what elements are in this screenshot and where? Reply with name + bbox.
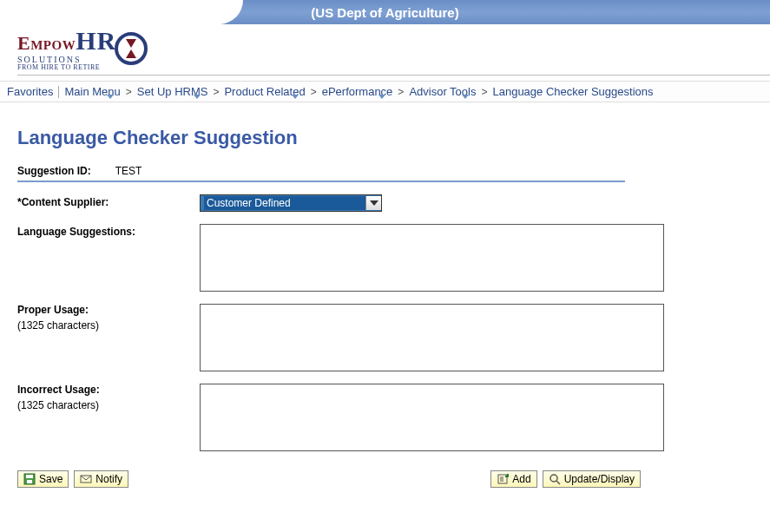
logo-area: EmpowHR SOLUTIONS FROM HIRE TO RETIRE [0,24,770,81]
search-icon [549,473,561,485]
save-button[interactable]: Save [17,470,69,488]
incorrect-usage-label: Incorrect Usage: [17,384,200,396]
add-button[interactable]: Add [490,470,536,488]
incorrect-usage-input[interactable] [200,384,664,451]
page-title: Language Checker Suggestion [17,127,753,149]
chevron-right-icon: > [213,86,219,98]
update-display-button[interactable]: Update/Display [543,470,641,488]
chevron-down-icon [365,196,381,210]
add-button-label: Add [512,473,530,485]
incorrect-usage-hint: (1325 characters) [17,399,200,411]
notify-button[interactable]: Notify [74,470,128,488]
suggestion-id-value: TEST [115,165,142,177]
top-banner: (US Dept of Agriculture) [0,0,770,24]
suggestion-id-label: Suggestion ID: [17,165,91,177]
chevron-right-icon: > [398,86,404,98]
notify-button-label: Notify [95,473,122,485]
svg-rect-1 [26,475,33,478]
breadcrumb: Favorites Main Menu > Set Up HRMS > Prod… [0,81,770,102]
floppy-disk-icon [23,473,36,485]
logo-brand: Empow [17,32,76,54]
breadcrumb-favorites[interactable]: Favorites [7,85,53,98]
chevron-right-icon: > [311,86,317,98]
language-suggestions-label: Language Suggestions: [17,224,200,238]
svg-rect-2 [27,480,32,483]
proper-usage-hint: (1325 characters) [17,319,200,332]
chevron-right-icon: > [481,86,487,98]
logo-sub2: FROM HIRE TO RETIRE [17,63,116,71]
logo-circle-icon [115,32,148,65]
notify-icon [80,473,92,485]
save-button-label: Save [39,473,63,485]
proper-usage-input[interactable] [200,304,664,371]
update-display-button-label: Update/Display [564,473,635,485]
language-suggestions-input[interactable] [200,224,664,292]
chevron-right-icon: > [126,86,132,98]
breadcrumb-language-checker[interactable]: Language Checker Suggestions [492,85,653,98]
add-icon [497,473,509,485]
content-supplier-label: *Content Supplier: [17,194,200,208]
divider-icon [58,86,59,98]
divider-icon [17,181,625,182]
content-supplier-select[interactable]: Customer Defined [200,194,382,212]
svg-point-5 [550,475,557,482]
content-supplier-value: Customer Defined [204,196,365,210]
logo-sub1: SOLUTIONS [17,56,116,63]
proper-usage-label: Proper Usage: [17,304,200,316]
org-name: (US Dept of Agriculture) [311,5,458,20]
